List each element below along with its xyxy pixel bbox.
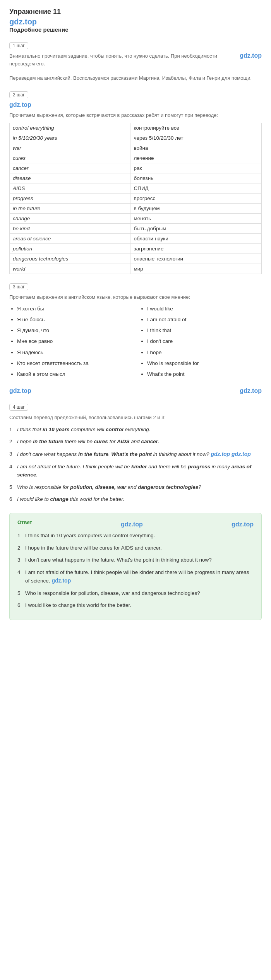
vocab-russian: война [130, 143, 262, 153]
vocab-english: disease [10, 173, 130, 183]
vocab-russian: рак [130, 163, 262, 173]
answer-list: 1I think that in 10 years computers will… [17, 531, 254, 610]
list-item: Я хотел бы [17, 305, 132, 313]
vocab-row: warвойна [10, 143, 262, 153]
step-2-text: Прочитаем выражения, которые встречаются… [9, 111, 262, 119]
vocab-russian: опасные технологии [130, 254, 262, 264]
russian-expressions: Я хотел быЯ не боюсьЯ думаю, чтоМне все … [9, 305, 132, 382]
vocab-english: control everything [10, 123, 130, 133]
list-item: What's the point [147, 370, 262, 378]
translation-sentence: 5Who is responsible for pollution, disea… [9, 483, 262, 492]
step-4-text: Составим перевод предложений, воспользов… [9, 414, 262, 421]
vocab-english: in the future [10, 204, 130, 214]
english-expressions: I would likeI am not afraid ofI think th… [139, 305, 262, 382]
vocab-row: control everythingконтролируйте все [10, 123, 262, 133]
watermark-step2a: gdz.top [9, 101, 31, 108]
step-2-badge: 2 шаг [9, 91, 28, 98]
translation-sentence: 2I hope in the future there will be cure… [9, 437, 262, 446]
translation-sentence: 1I think that in 10 years computers will… [9, 425, 262, 434]
list-item: Я думаю, что [17, 327, 132, 334]
answer-section: Ответ gdz.top gdz.top 1I think that in 1… [9, 513, 262, 620]
vocab-english: AIDS [10, 183, 130, 194]
vocab-russian: области науки [130, 234, 262, 244]
answer-sentence: 2I hope in the future there will be cure… [17, 544, 254, 552]
vocab-russian: быть добрым [130, 224, 262, 234]
list-item: I would like [147, 305, 262, 313]
vocab-russian: загрязнение [130, 244, 262, 254]
answer-sentence: 4I am not afraid of the future. I think … [17, 568, 254, 585]
vocab-russian: СПИД [130, 183, 262, 194]
answer-sentence: 5Who is responsible for pollution, disea… [17, 589, 254, 598]
answer-sentence: 6I would like to change this world for t… [17, 601, 254, 610]
vocab-row: areas of scienceобласти науки [10, 234, 262, 244]
translation-sentence: 3I don't care what happens in the future… [9, 450, 262, 459]
vocab-english: dangerous technologies [10, 254, 130, 264]
list-item: I hope [147, 349, 262, 356]
vocab-russian: через 5/10/20/30 лет [130, 133, 262, 143]
vocab-row: dangerous technologiesопасные технологии [10, 254, 262, 264]
step-1-text: Внимательно прочитаем задание, чтобы пон… [9, 52, 236, 67]
vocab-english: progress [10, 194, 130, 204]
step-1-section: 1 шаг Внимательно прочитаем задание, что… [9, 42, 262, 82]
vocab-russian: менять [130, 214, 262, 224]
vocab-row: in the futureв будущем [10, 204, 262, 214]
list-item: Я не боюсь [17, 316, 132, 324]
step-4-section: 4 шаг Составим перевод предложений, восп… [9, 404, 262, 504]
opinion-expressions: Я хотел быЯ не боюсьЯ думаю, чтоМне все … [9, 305, 262, 382]
vocab-english: world [10, 264, 130, 274]
step-3-badge: 3 шаг [9, 283, 28, 290]
translation-sentence: 6I would like to change this world for t… [9, 495, 262, 504]
step-2-section: 2 шаг gdz.top Прочитаем выражения, котор… [9, 91, 262, 274]
list-item: I am not afraid of [147, 316, 262, 324]
watermark-main: gdz.top [9, 17, 37, 26]
vocab-row: be kindбыть добрым [10, 224, 262, 234]
vocab-row: cancerрак [10, 163, 262, 173]
list-item: Кто несет ответственность за [17, 360, 132, 367]
vocab-english: be kind [10, 224, 130, 234]
step-1-note: Переведем на английский. Воспользуемся р… [9, 74, 262, 82]
translation-sentences: 1I think that in 10 years computers will… [9, 425, 262, 504]
vocab-row: changeменять [10, 214, 262, 224]
vocab-row: AIDSСПИД [10, 183, 262, 194]
vocab-english: cancer [10, 163, 130, 173]
watermark-step1: gdz.top [240, 52, 262, 59]
translation-sentence: 4I am not afraid of the future. I think … [9, 463, 262, 479]
vocab-row: worldмир [10, 264, 262, 274]
answer-sentence: 1I think that in 10 years computers will… [17, 531, 254, 540]
list-item: I think that [147, 327, 262, 334]
list-item: Какой в этом смысл [17, 370, 132, 378]
vocab-row: curesлечение [10, 153, 262, 163]
vocab-english: cures [10, 153, 130, 163]
vocab-row: diseaseболезнь [10, 173, 262, 183]
list-item: Я надеюсь [17, 349, 132, 356]
list-item: Мне все равно [17, 338, 132, 345]
answer-sentence: 3I don't care what happens in the future… [17, 556, 254, 564]
vocab-english: pollution [10, 244, 130, 254]
vocab-english: change [10, 214, 130, 224]
watermark-step3b: gdz.top [240, 387, 262, 394]
vocab-russian: в будущем [130, 204, 262, 214]
vocab-russian: прогресс [130, 194, 262, 204]
vocab-english: in 5/10/20/30 years [10, 133, 130, 143]
vocab-row: pollutionзагрязнение [10, 244, 262, 254]
vocab-russian: лечение [130, 153, 262, 163]
list-item: Who is responsible for [147, 360, 262, 367]
page-subtitle: Подробное решение [9, 26, 262, 33]
vocab-english: areas of science [10, 234, 130, 244]
vocab-row: in 5/10/20/30 yearsчерез 5/10/20/30 лет [10, 133, 262, 143]
vocab-english: war [10, 143, 130, 153]
watermark-step3a: gdz.top [9, 387, 31, 394]
list-item: I don't care [147, 338, 262, 345]
step-1-badge: 1 шаг [9, 42, 28, 49]
step-3-section: 3 шаг Прочитаем выражения в английском я… [9, 283, 262, 394]
vocab-table: control everythingконтролируйте всеin 5/… [9, 123, 262, 274]
step-4-badge: 4 шаг [9, 404, 28, 411]
exercise-title: Упражнение 11 [9, 8, 262, 16]
watermark-answer1: gdz.top [121, 521, 143, 528]
vocab-russian: контролируйте все [130, 123, 262, 133]
watermark-answer2: gdz.top [232, 521, 254, 528]
answer-label: Ответ [17, 519, 32, 525]
vocab-russian: мир [130, 264, 262, 274]
vocab-row: progressпрогресс [10, 194, 262, 204]
vocab-russian: болезнь [130, 173, 262, 183]
